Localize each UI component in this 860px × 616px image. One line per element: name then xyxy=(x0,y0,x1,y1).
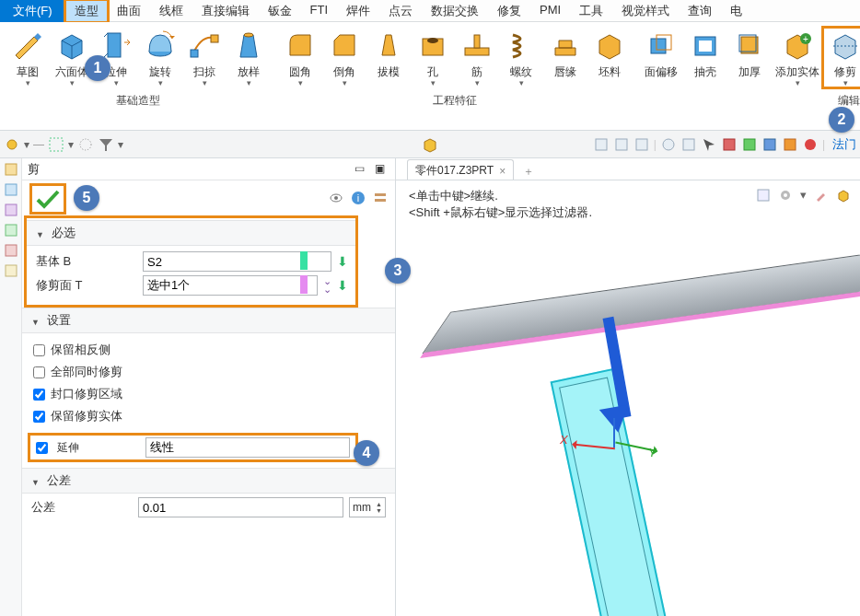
tab-icon[interactable] xyxy=(4,223,18,238)
menu-fti[interactable]: FTI xyxy=(301,0,338,22)
ribbon-revolve[interactable]: 旋转▾ xyxy=(138,28,182,87)
model-viewport[interactable]: X Y xyxy=(396,225,860,616)
menu-surface[interactable]: 曲面 xyxy=(108,0,150,22)
ribbon-add-body[interactable]: +添加实体▾ xyxy=(772,28,823,87)
eye-icon[interactable] xyxy=(329,191,343,205)
panel-close-icon[interactable]: ▣ xyxy=(375,162,389,177)
tb-dotted-circle-icon[interactable] xyxy=(77,136,94,153)
tb-generic-icon[interactable] xyxy=(593,136,610,153)
extrude-icon xyxy=(100,29,132,61)
apply-button[interactable] xyxy=(29,183,66,215)
panel-min-icon[interactable]: ▭ xyxy=(354,162,369,177)
tb-blue-icon[interactable] xyxy=(761,136,778,153)
info-icon[interactable]: i xyxy=(351,191,366,205)
menu-pointcloud[interactable]: 点云 xyxy=(379,0,422,22)
menu-repair[interactable]: 修复 xyxy=(488,0,530,22)
menu-weld[interactable]: 焊件 xyxy=(337,0,379,22)
cube2-icon[interactable] xyxy=(836,188,851,203)
menu-visual[interactable]: 视觉样式 xyxy=(612,0,679,22)
svg-marker-14 xyxy=(599,35,620,59)
svg-point-8 xyxy=(244,33,253,37)
tb-generic-icon[interactable] xyxy=(680,136,697,153)
ribbon-stock[interactable]: 坯料 xyxy=(587,28,632,87)
tab-icon[interactable] xyxy=(4,203,18,217)
tb-select-icon[interactable] xyxy=(48,136,64,153)
pick-icon[interactable]: ⬇ xyxy=(337,254,348,269)
tb-filter-icon[interactable] xyxy=(98,136,114,153)
ribbon-chamfer[interactable]: 倒角▾ xyxy=(322,28,366,87)
opt-cap[interactable]: 封口修剪区域 xyxy=(33,383,384,405)
tb-red-icon[interactable] xyxy=(721,136,738,153)
ribbon-fillet[interactable]: 圆角▾ xyxy=(278,28,322,87)
ribbon-draft[interactable]: 拔模 xyxy=(366,28,411,87)
ribbon-thread[interactable]: 螺纹▾ xyxy=(499,28,543,87)
ribbon-sweep[interactable]: 扫掠▾ xyxy=(182,28,227,87)
expand-icon[interactable]: ⌄⌄ xyxy=(323,277,331,294)
svg-rect-2 xyxy=(108,33,121,57)
tab-icon[interactable] xyxy=(4,162,18,177)
tb-orange-icon[interactable] xyxy=(782,136,798,153)
ribbon: 草图▾ 六面体▾ 拉伸▾ 旋转▾ 扫掠▾ 放样▾ 基础造型 xyxy=(0,22,860,131)
menu-wire[interactable]: 线框 xyxy=(150,0,192,22)
opt-extend-checkbox[interactable] xyxy=(36,442,48,454)
menu-shape[interactable]: 造型 xyxy=(65,0,108,22)
svg-rect-39 xyxy=(784,139,796,150)
section-tolerance-header[interactable]: 公差 xyxy=(22,468,395,494)
ribbon-rib[interactable]: 筋▾ xyxy=(455,28,499,87)
ribbon-face-offset[interactable]: 面偏移 xyxy=(639,28,683,87)
tb-red2-icon[interactable] xyxy=(802,136,819,153)
tolerance-input[interactable] xyxy=(138,497,343,517)
gear-icon[interactable] xyxy=(778,188,793,203)
toolbar-right-label[interactable]: 法门 xyxy=(832,136,856,153)
tb-generic-icon[interactable] xyxy=(633,136,650,153)
svg-rect-12 xyxy=(465,48,489,55)
fillet-icon xyxy=(285,29,316,61)
ribbon-sketch[interactable]: 草图▾ xyxy=(6,28,50,87)
pick-icon[interactable]: ⬇ xyxy=(337,278,348,293)
ribbon-lip[interactable]: 唇缘 xyxy=(543,28,587,87)
section-settings-header[interactable]: 设置 xyxy=(22,308,395,333)
opt-extend-label: 延伸 xyxy=(57,440,136,456)
new-tab-button[interactable]: ＋ xyxy=(517,164,540,180)
tb-generic-icon[interactable] xyxy=(613,136,630,153)
menu-exchange[interactable]: 数据交换 xyxy=(422,0,488,22)
rows-icon[interactable] xyxy=(373,191,388,205)
svg-marker-29 xyxy=(99,139,112,151)
opt-keep-opposite[interactable]: 保留相反侧 xyxy=(33,339,384,361)
opt-keep-body[interactable]: 保留修剪实体 xyxy=(33,405,384,427)
brush-icon[interactable] xyxy=(814,188,829,203)
tb-green-icon[interactable] xyxy=(741,136,758,153)
svg-marker-56 xyxy=(839,191,848,202)
ribbon-trim[interactable]: 修剪▾ xyxy=(823,28,860,87)
section-required-header[interactable]: 必选 xyxy=(27,220,355,246)
tab-icon[interactable] xyxy=(4,243,18,258)
tb-cursor-icon[interactable] xyxy=(701,136,717,153)
tab-icon[interactable] xyxy=(4,263,18,278)
menu-pmi[interactable]: PMI xyxy=(530,0,570,22)
ribbon-thicken[interactable]: 加厚 xyxy=(727,28,772,87)
tb-sun-icon[interactable] xyxy=(4,136,20,153)
extend-mode-input[interactable] xyxy=(145,437,350,458)
tb-box-icon[interactable] xyxy=(422,136,438,153)
close-tab-icon[interactable]: × xyxy=(499,165,506,178)
menu-electric[interactable]: 电 xyxy=(721,0,751,22)
ribbon-loft[interactable]: 放样▾ xyxy=(227,28,271,87)
ribbon-hexahedron[interactable]: 六面体▾ xyxy=(50,28,94,87)
menu-direct-edit[interactable]: 直接编辑 xyxy=(192,0,259,22)
tab-icon[interactable] xyxy=(4,182,18,197)
menu-file[interactable]: 文件(F) xyxy=(0,0,65,22)
menu-sheetmetal[interactable]: 钣金 xyxy=(259,0,301,22)
tb-generic-icon[interactable] xyxy=(660,136,677,153)
trimface-input[interactable] xyxy=(143,275,318,296)
document-tab[interactable]: 零件017.Z3PRT × xyxy=(407,159,514,180)
tolerance-unit[interactable]: mm ▲▼ xyxy=(349,497,386,517)
spinner-icon[interactable]: ▲▼ xyxy=(376,501,382,514)
menu-tools[interactable]: 工具 xyxy=(570,0,612,22)
ribbon-shell[interactable]: 抽壳 xyxy=(683,28,727,87)
ribbon-hole[interactable]: 孔▾ xyxy=(411,28,455,87)
view-icon[interactable] xyxy=(756,188,771,203)
menu-bar: 文件(F) 造型 曲面 线框 直接编辑 钣金 FTI 焊件 点云 数据交换 修复… xyxy=(0,0,860,22)
opt-trim-all[interactable]: 全部同时修剪 xyxy=(33,361,384,383)
menu-query[interactable]: 查询 xyxy=(679,0,721,22)
ribbon-group-basic-label: 基础造型 xyxy=(116,93,160,109)
